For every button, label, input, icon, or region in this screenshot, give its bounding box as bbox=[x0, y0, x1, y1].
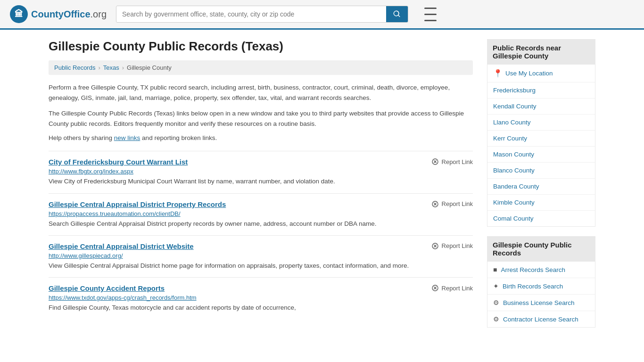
record-sidebar-icon: ✦ bbox=[493, 282, 499, 290]
records-sidebar-item[interactable]: ⚙ Contractor License Search bbox=[487, 311, 595, 327]
menu-line bbox=[424, 20, 437, 21]
records-section: Gillespie County Public Records ■ Arrest… bbox=[487, 236, 595, 328]
record-url[interactable]: https://www.txdot.gov/apps-cg/crash_reco… bbox=[49, 294, 473, 301]
records-sidebar-item[interactable]: ⚙ Business License Search bbox=[487, 295, 595, 311]
report-link-button[interactable]: Report Link bbox=[431, 200, 473, 208]
nearby-link[interactable]: Kerr County bbox=[487, 131, 595, 146]
record-item: Gillespie Central Appraisal District Pro… bbox=[49, 193, 473, 235]
report-icon bbox=[431, 200, 439, 208]
nearby-list-item[interactable]: Kendall County bbox=[487, 99, 595, 115]
menu-button[interactable] bbox=[422, 6, 438, 23]
record-header: Gillespie County Accident Reports Report… bbox=[49, 284, 473, 292]
sidebar: Public Records near Gillespie County 📍 U… bbox=[487, 39, 595, 337]
record-sidebar-link[interactable]: ✦ Birth Records Search bbox=[487, 278, 595, 294]
records-list: City of Fredericksburg Court Warrant Lis… bbox=[49, 151, 473, 319]
record-sidebar-label: Contractor License Search bbox=[503, 316, 578, 323]
logo-org: .org bbox=[91, 9, 107, 19]
record-desc: Search Gillespie Central Appraisal Distr… bbox=[49, 219, 473, 229]
nearby-link[interactable]: Bandera County bbox=[487, 179, 595, 194]
header: 🏛 CountyOffice.org bbox=[0, 0, 644, 30]
records-sidebar-item[interactable]: ■ Arrest Records Search bbox=[487, 262, 595, 278]
record-item: City of Fredericksburg Court Warrant Lis… bbox=[49, 151, 473, 193]
breadcrumb-link-public-records[interactable]: Public Records bbox=[54, 64, 95, 71]
nearby-link[interactable]: Kendall County bbox=[487, 99, 595, 114]
report-icon bbox=[431, 158, 439, 165]
breadcrumb-link-texas[interactable]: Texas bbox=[103, 64, 119, 71]
search-input[interactable] bbox=[116, 7, 386, 22]
nearby-list-item[interactable]: Mason County bbox=[487, 147, 595, 163]
report-link-button[interactable]: Report Link bbox=[431, 158, 473, 165]
record-title[interactable]: Gillespie Central Appraisal District Pro… bbox=[49, 200, 226, 208]
record-sidebar-icon: ⚙ bbox=[493, 315, 499, 323]
search-button[interactable] bbox=[386, 6, 408, 22]
nearby-list-item[interactable]: Fredericksburg bbox=[487, 82, 595, 99]
description-paragraph-2: The Gillespie County Public Records (Tex… bbox=[49, 108, 473, 129]
report-link-button[interactable]: Report Link bbox=[431, 242, 473, 250]
logo-area: 🏛 CountyOffice.org bbox=[9, 5, 107, 24]
record-title[interactable]: Gillespie County Accident Reports bbox=[49, 284, 165, 292]
record-title[interactable]: City of Fredericksburg Court Warrant Lis… bbox=[49, 158, 188, 166]
page-title: Gillespie County Public Records (Texas) bbox=[49, 39, 473, 54]
report-link-button[interactable]: Report Link bbox=[431, 284, 473, 292]
record-sidebar-icon: ■ bbox=[493, 266, 497, 273]
record-header: Gillespie Central Appraisal District Pro… bbox=[49, 200, 473, 208]
share-line: Help others by sharing new links and rep… bbox=[49, 134, 473, 141]
nearby-list: 📍 Use My Location FredericksburgKendall … bbox=[487, 65, 595, 227]
nearby-list-item[interactable]: Blanco County bbox=[487, 163, 595, 179]
nearby-section: Public Records near Gillespie County 📍 U… bbox=[487, 39, 595, 227]
record-url[interactable]: https://propaccess.trueautomation.com/cl… bbox=[49, 210, 473, 217]
nearby-link[interactable]: Fredericksburg bbox=[487, 82, 595, 98]
record-desc: View City of Fredericksburg Municipal Co… bbox=[49, 177, 473, 186]
record-sidebar-label: Business License Search bbox=[503, 299, 575, 306]
content-area: Gillespie County Public Records (Texas) … bbox=[49, 39, 473, 337]
record-desc: View Gillespie Central Appraisal Distric… bbox=[49, 261, 473, 271]
menu-line bbox=[424, 8, 437, 9]
main-container: Gillespie County Public Records (Texas) … bbox=[39, 30, 605, 346]
use-location-label: Use My Location bbox=[505, 70, 553, 77]
logo-icon: 🏛 bbox=[9, 5, 28, 24]
record-sidebar-link[interactable]: ⚙ Business License Search bbox=[487, 295, 595, 311]
report-icon bbox=[431, 284, 439, 292]
svg-text:🏛: 🏛 bbox=[15, 9, 23, 19]
breadcrumb: Public Records › Texas › Gillespie Count… bbox=[49, 60, 473, 75]
record-header: Gillespie Central Appraisal District Web… bbox=[49, 242, 473, 250]
record-url[interactable]: http://www.fbgtx.org/index.aspx bbox=[49, 168, 473, 175]
record-sidebar-link[interactable]: ■ Arrest Records Search bbox=[487, 262, 595, 278]
records-sidebar-list: ■ Arrest Records Search ✦ Birth Records … bbox=[487, 262, 595, 328]
nearby-link[interactable]: Comal County bbox=[487, 211, 595, 226]
nearby-list-item[interactable]: Bandera County bbox=[487, 179, 595, 195]
nearby-link[interactable]: Blanco County bbox=[487, 163, 595, 178]
use-location-link[interactable]: 📍 Use My Location bbox=[487, 65, 595, 82]
record-title[interactable]: Gillespie Central Appraisal District Web… bbox=[49, 242, 194, 250]
share-text-before: Help others by sharing bbox=[49, 134, 114, 141]
menu-line bbox=[424, 14, 437, 15]
record-url[interactable]: http://www.gillespiecad.org/ bbox=[49, 252, 473, 259]
new-links-link[interactable]: new links bbox=[114, 134, 140, 141]
nearby-link[interactable]: Mason County bbox=[487, 147, 595, 162]
nearby-list-item[interactable]: Comal County bbox=[487, 211, 595, 226]
report-icon bbox=[431, 242, 439, 250]
breadcrumb-current: Gillespie County bbox=[127, 64, 172, 71]
records-sidebar-item[interactable]: ✦ Birth Records Search bbox=[487, 278, 595, 295]
nearby-header: Public Records near Gillespie County bbox=[487, 39, 595, 65]
search-area bbox=[116, 6, 408, 23]
record-item: Gillespie Central Appraisal District Web… bbox=[49, 235, 473, 277]
logo-text: CountyOffice.org bbox=[31, 9, 107, 20]
share-text-after: and reporting broken links. bbox=[140, 134, 217, 141]
record-desc: Find Gillespie County, Texas motorcycle … bbox=[49, 303, 473, 313]
records-header: Gillespie County Public Records bbox=[487, 236, 595, 262]
nearby-link[interactable]: Llano County bbox=[487, 115, 595, 130]
record-sidebar-label: Arrest Records Search bbox=[501, 266, 565, 273]
description-paragraph-1: Perform a free Gillespie County, TX publ… bbox=[49, 82, 473, 103]
record-sidebar-icon: ⚙ bbox=[493, 299, 499, 306]
nearby-link[interactable]: Kimble County bbox=[487, 195, 595, 210]
nearby-list-item[interactable]: Llano County bbox=[487, 115, 595, 131]
nearby-list-item[interactable]: Kimble County bbox=[487, 195, 595, 211]
pin-icon: 📍 bbox=[493, 69, 503, 78]
use-location-item[interactable]: 📍 Use My Location bbox=[487, 65, 595, 82]
nearby-list-item[interactable]: Kerr County bbox=[487, 131, 595, 147]
record-sidebar-label: Birth Records Search bbox=[503, 283, 563, 290]
breadcrumb-separator: › bbox=[122, 64, 124, 71]
record-sidebar-link[interactable]: ⚙ Contractor License Search bbox=[487, 311, 595, 327]
record-header: City of Fredericksburg Court Warrant Lis… bbox=[49, 158, 473, 166]
